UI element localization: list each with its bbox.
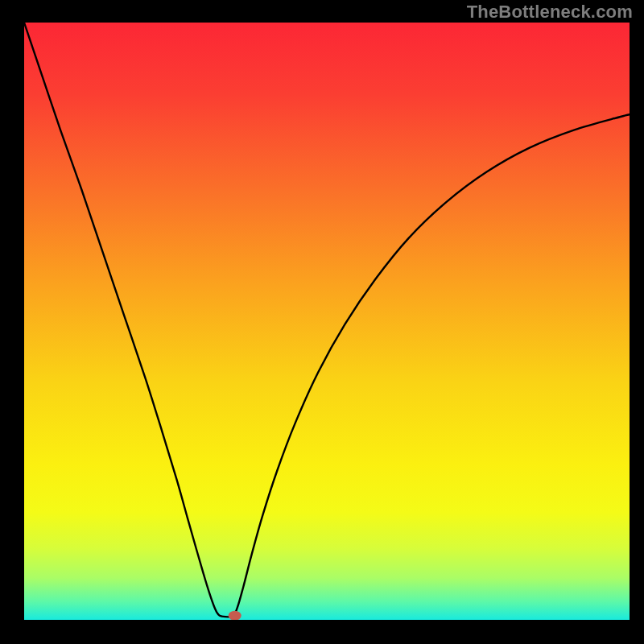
chart-frame: TheBottleneck.com <box>0 0 644 644</box>
curve-svg <box>24 23 630 620</box>
bottleneck-curve-path <box>24 23 630 617</box>
watermark-text: TheBottleneck.com <box>467 2 633 23</box>
minimum-marker <box>229 611 242 620</box>
plot-area <box>24 23 630 620</box>
